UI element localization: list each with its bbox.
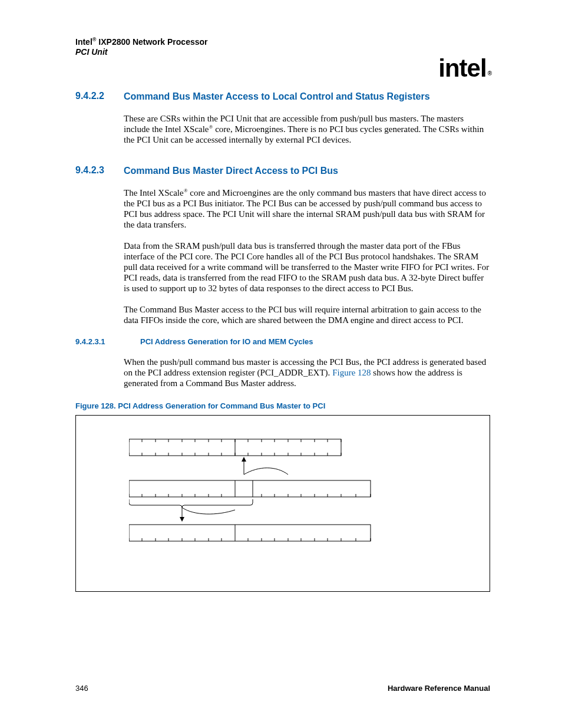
subsection-title: PCI Address Generation for IO and MEM Cy… xyxy=(140,337,313,346)
paragraph: When the push/pull command bus master is… xyxy=(124,357,490,388)
page-footer: 346 Hardware Reference Manual xyxy=(75,684,490,693)
header-brand: Intel xyxy=(75,37,92,47)
section-number: 9.4.2.3 xyxy=(75,165,124,176)
address-generation-diagram xyxy=(129,433,435,575)
logo-registered-mark: ® xyxy=(488,70,491,77)
svg-marker-37 xyxy=(242,457,246,462)
header-product: IXP2800 Network Processor xyxy=(96,37,207,47)
svg-marker-59 xyxy=(180,517,184,522)
section-heading-9423: 9.4.2.3 Command Bus Master Direct Access… xyxy=(75,165,490,177)
logo-text: intel xyxy=(438,54,486,82)
section-heading-9422: 9.4.2.2 Command Bus Master Access to Loc… xyxy=(75,91,490,103)
section-title: Command Bus Master Access to Local Contr… xyxy=(124,91,490,103)
paragraph: The Command Bus Master access to the PCI… xyxy=(124,304,490,325)
paragraph: These are CSRs within the PCI Unit that … xyxy=(124,113,490,145)
page-header: Intel® IXP2800 Network Processor PCI Uni… xyxy=(75,37,490,58)
figure-caption: Figure 128. PCI Address Generation for C… xyxy=(75,401,490,410)
figure-128-diagram xyxy=(75,415,490,592)
svg-rect-60 xyxy=(129,525,371,541)
page-number: 346 xyxy=(75,684,88,693)
header-line-1: Intel® IXP2800 Network Processor xyxy=(75,37,490,47)
header-subtitle: PCI Unit xyxy=(75,47,490,58)
svg-rect-38 xyxy=(129,480,371,497)
section-title: Command Bus Master Direct Access to PCI … xyxy=(124,165,490,177)
figure-reference-link[interactable]: Figure 128 xyxy=(332,368,371,377)
paragraph: The Intel XScale® core and Microengines … xyxy=(124,187,490,230)
text: The Intel XScale xyxy=(124,188,184,197)
document-title: Hardware Reference Manual xyxy=(388,684,490,693)
subsection-number: 9.4.2.3.1 xyxy=(75,337,140,346)
paragraph: Data from the SRAM push/pull data bus is… xyxy=(124,241,490,294)
subsection-heading-94231: 9.4.2.3.1 PCI Address Generation for IO … xyxy=(75,337,490,346)
section-number: 9.4.2.2 xyxy=(75,91,124,101)
intel-logo: intel® xyxy=(438,54,490,83)
